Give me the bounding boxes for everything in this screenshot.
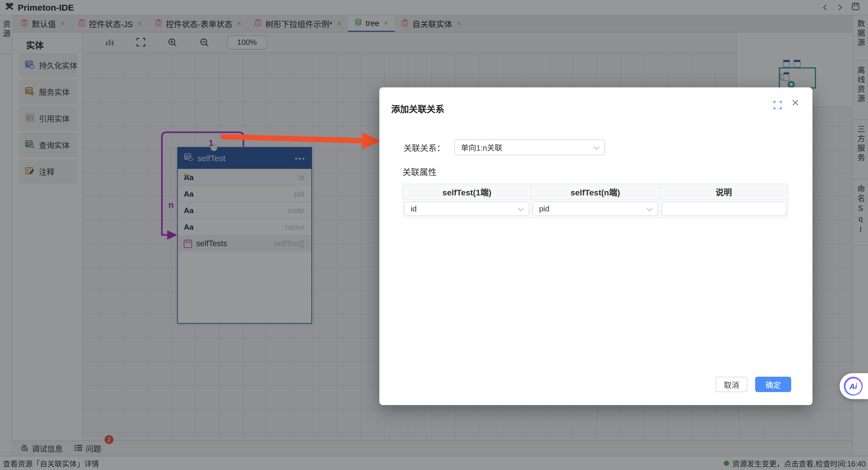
description-input[interactable] (661, 201, 786, 216)
relation-type-select[interactable]: 单向1:n关联 (454, 139, 605, 155)
ai-assistant-button[interactable]: Ai (840, 373, 868, 399)
app-window: Primeton-IDE 默认值 × 控件状态-JS × 控件状态-表单状态 ×… (0, 0, 868, 470)
maximize-icon[interactable] (773, 101, 782, 111)
chevron-down-icon (518, 204, 524, 213)
n-end-field-select[interactable]: pid (533, 201, 658, 216)
table-header-row: selfTest(1端) selfTest(n端) 说明 (403, 184, 788, 200)
one-end-field-value: id (411, 204, 416, 213)
confirm-button[interactable]: 确定 (755, 377, 791, 392)
dialog-title: 添加关联关系 (391, 102, 444, 114)
column-header-description: 说明 (660, 184, 788, 200)
relation-type-value: 单向1:n关联 (461, 142, 502, 153)
column-header-n-end: selfTest(n端) (531, 184, 660, 200)
confirm-label: 确定 (766, 379, 781, 390)
ai-label: Ai (845, 378, 861, 394)
close-icon[interactable]: ✕ (791, 97, 800, 109)
ai-ring-icon: Ai (844, 377, 863, 396)
chevron-down-icon (646, 204, 653, 213)
association-attrs-title: 关联属性 (402, 165, 437, 178)
association-attrs-table: selfTest(1端) selfTest(n端) 说明 id pid (402, 183, 788, 218)
cancel-button[interactable]: 取消 (716, 377, 747, 392)
cancel-label: 取消 (724, 379, 739, 390)
add-association-dialog: 添加关联关系 ✕ 关联关系： 单向1:n关联 关联属性 selfTest(1端)… (379, 88, 812, 405)
one-end-field-select[interactable]: id (404, 201, 530, 216)
chevron-down-icon (593, 143, 600, 152)
table-row: id pid (403, 200, 788, 217)
relation-type-label: 关联关系： (404, 141, 445, 153)
column-header-one-end: selfTest(1端) (403, 184, 531, 200)
n-end-field-value: pid (539, 204, 550, 213)
